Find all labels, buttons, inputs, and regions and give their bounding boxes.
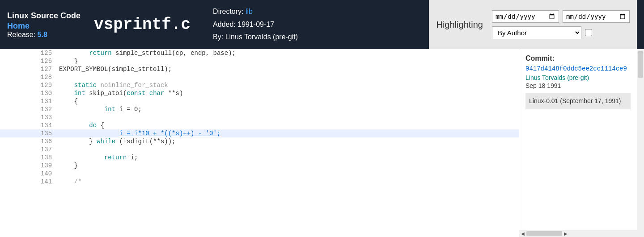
directory-info: Directory: lib	[213, 5, 298, 18]
code-cell: i = i*10 + *((*s)++) - '0';	[57, 129, 519, 137]
table-row: 126 }	[0, 57, 519, 65]
author-info: By: Linus Torvalds (pre-git)	[213, 31, 298, 44]
scroll-left-button[interactable]: ◀	[521, 231, 525, 236]
table-row: 140	[0, 170, 519, 178]
table-row: 128	[0, 73, 519, 81]
highlighting-section: Highlighting By Author By Date By Commit	[429, 0, 637, 49]
code-cell: }	[57, 57, 519, 65]
code-cell: } while (isdigit(**s));	[57, 137, 519, 146]
code-cell: return i;	[57, 154, 519, 162]
directory-link[interactable]: lib	[246, 8, 253, 15]
table-row: 141 /*	[0, 178, 519, 186]
line-number: 134	[0, 121, 57, 129]
line-number: 135	[0, 129, 57, 137]
date-row	[492, 10, 630, 23]
line-number: 126	[0, 57, 57, 65]
line-number: 133	[0, 113, 57, 121]
home-link[interactable]: Home	[7, 21, 80, 31]
table-row: 137	[0, 146, 519, 154]
horizontal-scrollbar[interactable]: ◀ ▶	[519, 230, 644, 237]
commit-label: Commit:	[525, 54, 631, 62]
code-cell: /*	[57, 178, 519, 186]
release-info: Release: 5.8	[7, 31, 80, 39]
highlighting-label: Highlighting	[436, 20, 483, 30]
header-left: Linux Source Code Home Release: 5.8	[7, 10, 80, 39]
line-number: 141	[0, 178, 57, 186]
date-from-input[interactable]	[492, 10, 559, 23]
line-number: 129	[0, 81, 57, 89]
table-row: 130 int skip_atoi(const char **s)	[0, 89, 519, 97]
code-table: 125 return simple_strtoull(cp, endp, bas…	[0, 49, 519, 186]
highlight-controls: By Author By Date By Commit	[492, 10, 630, 39]
table-row: 132 int i = 0;	[0, 105, 519, 113]
commit-date: Sep 18 1991	[525, 82, 631, 89]
table-row: 125 return simple_strtoull(cp, endp, bas…	[0, 49, 519, 57]
line-number: 140	[0, 170, 57, 178]
table-row: 134 do {	[0, 121, 519, 129]
line-number: 132	[0, 105, 57, 113]
code-cell: int i = 0;	[57, 105, 519, 113]
table-row: 127 EXPORT_SYMBOL(simple_strtoll);	[0, 65, 519, 73]
code-cell: int skip_atoi(const char **s)	[57, 89, 519, 97]
added-info: Added: 1991-09-17	[213, 18, 298, 31]
highlight-checkbox[interactable]	[585, 29, 592, 36]
table-row: 138 return i;	[0, 154, 519, 162]
site-title: Linux Source Code	[7, 10, 80, 21]
commit-author[interactable]: Linus Torvalds (pre-git)	[525, 74, 631, 81]
app-container: Linux Source Code Home Release: 5.8 vspr…	[0, 0, 644, 237]
filename: vsprintf.c	[94, 16, 191, 34]
commit-hash[interactable]: 9417d4148f0ddc5ee2cc1114ce9	[525, 65, 631, 72]
added-date: 1991-09-17	[237, 21, 274, 28]
line-number: 127	[0, 65, 57, 73]
line-number: 138	[0, 154, 57, 162]
table-row: 139 }	[0, 162, 519, 170]
code-cell	[57, 146, 519, 154]
line-number: 137	[0, 146, 57, 154]
scrollbar-thumb[interactable]	[638, 51, 643, 78]
code-cell	[57, 170, 519, 178]
highlighted-row: 135 i = i*10 + *((*s)++) - '0';	[0, 129, 519, 137]
code-cell: static noinline_for_stack	[57, 81, 519, 89]
date-to-input[interactable]	[563, 10, 630, 23]
header: Linux Source Code Home Release: 5.8 vspr…	[0, 0, 644, 49]
by-author-select[interactable]: By Author By Date By Commit	[492, 26, 581, 39]
line-number: 139	[0, 162, 57, 170]
code-cell: return simple_strtoull(cp, endp, base);	[57, 49, 519, 57]
line-number: 128	[0, 73, 57, 81]
code-cell: do {	[57, 121, 519, 129]
vertical-scrollbar[interactable]	[637, 49, 644, 230]
line-number: 131	[0, 97, 57, 105]
scroll-right-button[interactable]: ▶	[564, 231, 568, 236]
code-cell	[57, 73, 519, 81]
header-meta: Directory: lib Added: 1991-09-17 By: Lin…	[213, 5, 298, 44]
author-row: By Author By Date By Commit	[492, 26, 630, 39]
line-number: 130	[0, 89, 57, 97]
release-number: 5.8	[38, 31, 47, 38]
code-cell: }	[57, 162, 519, 170]
commit-panel-inner: Commit: 9417d4148f0ddc5ee2cc1114ce9 Linu…	[519, 49, 637, 230]
commit-panel: Commit: 9417d4148f0ddc5ee2cc1114ce9 Linu…	[519, 49, 644, 237]
commit-description: Linux-0.01 (September 17, 1991)	[525, 93, 631, 109]
line-number: 136	[0, 137, 57, 146]
code-cell: EXPORT_SYMBOL(simple_strtoll);	[57, 65, 519, 73]
table-row: 129 static noinline_for_stack	[0, 81, 519, 89]
line-number: 125	[0, 49, 57, 57]
code-cell	[57, 113, 519, 121]
main-content: 125 return simple_strtoull(cp, endp, bas…	[0, 49, 644, 237]
code-cell: {	[57, 97, 519, 105]
code-area: 125 return simple_strtoull(cp, endp, bas…	[0, 49, 519, 237]
table-row: 136 } while (isdigit(**s));	[0, 137, 519, 146]
table-row: 131 {	[0, 97, 519, 105]
author-name: Linus Torvalds (pre-git)	[225, 33, 298, 41]
h-scrollbar-thumb[interactable]	[526, 231, 562, 236]
table-row: 133	[0, 113, 519, 121]
